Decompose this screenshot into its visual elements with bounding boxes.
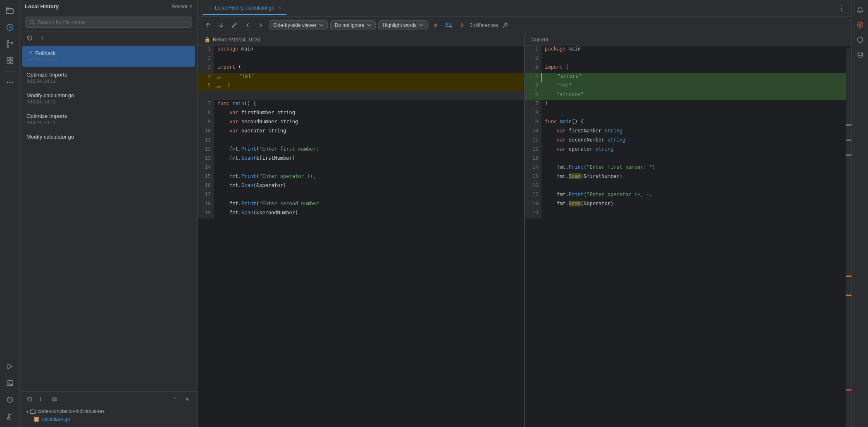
rollback-action-btn[interactable] — [25, 394, 35, 404]
search-actions: + — [20, 31, 197, 45]
diff-up-btn[interactable] — [203, 20, 213, 31]
after-line-1: 1 package main — [525, 46, 851, 55]
add-btn[interactable]: + — [37, 33, 47, 43]
before-line-8: 8 var firstNumber string — [198, 109, 524, 118]
calculator-go-file[interactable]: 🐹 calculator.go — [25, 415, 192, 423]
after-line-2: 2 — [525, 55, 851, 64]
run-icon-btn[interactable] — [2, 359, 17, 374]
search-input[interactable] — [37, 19, 188, 25]
before-line-1: 1 package main — [198, 46, 524, 55]
ignore-chevron-icon — [367, 24, 371, 27]
after-panel-header: Current — [525, 34, 851, 46]
history-item-modify-2[interactable]: Modify calculator.go — [20, 130, 197, 145]
git-icon-btn[interactable] — [2, 36, 17, 51]
history-item-name-label: Optimize Imports — [26, 72, 67, 78]
tab-close-btn[interactable]: ✕ — [278, 5, 281, 10]
before-line-4: 4 >> "fmt" — [198, 73, 524, 82]
svg-point-21 — [52, 398, 57, 401]
history-item-name-label: Modify calculator.go — [26, 92, 74, 98]
history-list: ↺ Rollback 9/19/24, 16:31 Optimize Impor… — [20, 45, 197, 391]
history-item-optimize-imports-2[interactable]: Optimize Imports 9/19/24, 14:11 — [20, 109, 197, 130]
before-line-6-placeholder — [198, 91, 524, 100]
error-btn[interactable] — [854, 18, 867, 31]
history-icon-btn[interactable] — [2, 20, 17, 35]
highlight-select-label: Highlight words — [383, 22, 417, 28]
shield-btn[interactable] — [854, 33, 867, 46]
ignore-select[interactable]: Do not ignore — [330, 20, 376, 30]
after-line-15: 15 fmt.Scan(&firstNumber) — [525, 173, 851, 182]
svg-rect-14 — [7, 381, 13, 386]
history-item-rollback[interactable]: ↺ Rollback 9/19/24, 16:31 — [22, 46, 195, 67]
before-panel-title: Before 9/19/24, 16:31 — [213, 37, 260, 43]
after-line-5: 5 "fmt" — [525, 82, 851, 91]
diff-sync-btn[interactable] — [444, 20, 454, 31]
viewer-select[interactable]: Side-by-side viewer — [269, 20, 328, 30]
footer-actions: ⌃ ✕ — [25, 394, 192, 404]
history-item-name-label: Rollback — [35, 50, 56, 56]
grid-icon-btn[interactable] — [2, 53, 17, 68]
diff-view: 🔒 Before 9/19/24, 16:31 1 package main 2 — [198, 34, 851, 427]
after-line-18: 18 fmt.Scan(&operator) — [525, 200, 851, 209]
file-panel-footer: ⌃ ✕ ▾ code-completion-individual-tes 🐹 c… — [20, 391, 197, 427]
history-item-name-label: Modify calculator.go — [26, 134, 74, 140]
svg-rect-6 — [7, 58, 10, 60]
undo-btn[interactable] — [25, 33, 35, 43]
history-item-time: 9/19/24, 14:11 — [26, 79, 191, 84]
before-line-15: 15 fmt.Print("Enter operator (+, — [198, 173, 524, 182]
before-line-7: 7 func main() { — [198, 100, 524, 109]
recent-tab[interactable]: Recent ✕ — [172, 4, 192, 10]
before-line-10: 10 var operator string — [198, 127, 524, 137]
svg-point-4 — [7, 46, 9, 48]
after-line-17: 17 fmt.Print("Enter operator (+, -, — [525, 191, 851, 200]
vcs-icon-btn[interactable] — [2, 409, 17, 424]
before-panel: 🔒 Before 9/19/24, 16:31 1 package main 2 — [198, 34, 525, 427]
rollback-icon: ↺ — [29, 50, 33, 56]
preview-btn[interactable] — [50, 394, 60, 404]
folder-item[interactable]: ▾ code-completion-individual-tes — [25, 408, 192, 415]
ai-btn[interactable] — [501, 20, 511, 31]
diff-close-btn[interactable]: ✕ — [430, 20, 441, 31]
history-item-optimize-imports-1[interactable]: Optimize Imports 9/19/24, 14:11 — [20, 67, 197, 88]
more-icon-btn[interactable] — [2, 75, 17, 90]
svg-line-20 — [33, 23, 34, 24]
left-sidebar — [0, 0, 20, 427]
db-btn[interactable] — [854, 48, 867, 61]
undo-action-btn[interactable] — [37, 394, 47, 404]
before-line-14: 14 — [198, 164, 524, 173]
history-item-modify-1[interactable]: Modify calculator.go 9/19/24, 14:11 — [20, 88, 197, 109]
highlight-select[interactable]: Highlight words — [378, 20, 428, 30]
tab-local-history-calculator[interactable]: ↔ Local History: calculator.go ✕ — [203, 2, 286, 15]
file-name-label: calculator.go — [42, 416, 70, 422]
after-line-8: 8 — [525, 109, 851, 118]
folder-icon-btn[interactable] — [2, 3, 17, 18]
file-panel-header: Local History Recent ✕ — [20, 0, 197, 13]
viewer-chevron-icon — [319, 24, 323, 27]
file-panel: Local History Recent ✕ + ↺ Rollback — [20, 0, 198, 427]
tab-more-btn[interactable]: ⋮ — [837, 2, 847, 14]
diff-next-btn[interactable] — [457, 20, 467, 31]
after-panel-scroll[interactable]: 1 package main 2 3 import ( — [525, 46, 851, 427]
svg-rect-7 — [10, 58, 13, 60]
after-line-3: 3 import ( — [525, 64, 851, 73]
history-item-time: 9/19/24, 16:31 — [29, 57, 188, 62]
expand-btn[interactable]: ⌃ — [170, 394, 180, 404]
after-line-9: 9 func main() { — [525, 118, 851, 127]
terminal-icon-btn[interactable] — [2, 376, 17, 391]
before-line-3: 3 import ( — [198, 64, 524, 73]
history-item-time: 9/19/24, 14:11 — [26, 99, 191, 104]
diff-back-btn[interactable] — [242, 20, 253, 31]
notification-btn[interactable] — [854, 3, 867, 17]
diff-down-btn[interactable] — [216, 20, 227, 31]
after-panel-title: Current — [532, 37, 548, 43]
close-panel-btn[interactable]: ✕ — [182, 394, 192, 404]
before-line-13: 13 fmt.Scan(&firstNumber) — [198, 155, 524, 164]
svg-point-28 — [858, 52, 862, 54]
diff-edit-btn[interactable] — [229, 20, 240, 31]
diff-count-label: 3 differences — [470, 22, 498, 28]
tab-icon: ↔ — [207, 5, 212, 11]
diff-forward-btn[interactable] — [255, 20, 266, 31]
svg-point-17 — [10, 401, 10, 402]
problems-icon-btn[interactable] — [2, 392, 17, 407]
after-line-12: 12 var operator string — [525, 146, 851, 155]
before-panel-scroll[interactable]: 1 package main 2 3 import ( — [198, 46, 524, 427]
